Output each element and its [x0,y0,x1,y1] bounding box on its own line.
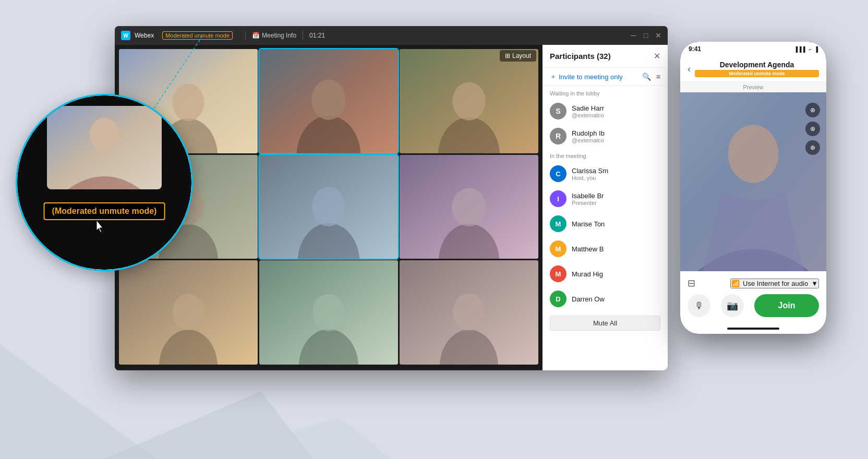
participant-clarissa: C Clarissa Sm Host, you [542,161,668,186]
matthew-info: Matthew B [572,245,660,253]
murad-info: Murad Hig [572,270,660,278]
cast-icon: ⊟ [688,277,695,289]
clarissa-info: Clarissa Sm Host, you [572,167,660,181]
magnifier-content: (Moderated unmute mode) gs W [17,95,191,270]
panel-header: Participants (32) ✕ [542,45,668,68]
phone-status-icons: ▌▌▌ ⌐ ▐ [796,46,818,52]
panel-actions: ＋ Invite to meeting only 🔍 ≡ [542,68,668,86]
sort-participants-button[interactable]: ≡ [656,73,660,81]
wifi-audio-icon: 📶 [731,280,740,287]
participant-matthew: M Matthew B [542,236,668,261]
panel-action-icons: 🔍 ≡ [642,73,660,81]
phone-meeting-info-center: Development Agenda Moderated unmute mode [695,61,819,77]
lobby-section-label: Waiting in the lobby [542,86,668,99]
svg-point-33 [728,125,778,183]
cursor-icon [94,219,107,234]
phone-bottom-bar: ⊟ 📶 Use Internet for audio ▼ 🎙 📷 [680,271,826,323]
phone-mic-button[interactable]: 🎙 [688,294,710,317]
phone-device: 9:41 ▌▌▌ ⌐ ▐ ‹ Development Agenda Modera… [680,42,826,334]
audio-chevron: ▼ [811,280,818,287]
phone-screen: 9:41 ▌▌▌ ⌐ ▐ ‹ Development Agenda Modera… [680,42,826,334]
phone-mic-icon: 🎙 [694,300,704,311]
layout-button[interactable]: ⊞ Layout [500,50,536,62]
phone-join-button[interactable]: Join [754,294,819,317]
clarissa-name: Clarissa Sm [572,167,660,175]
murad-avatar: M [550,265,566,282]
phone-camera-icon: 📷 [727,300,738,311]
phone-camera-button[interactable]: 📷 [721,294,744,317]
phone-mode-badge: Moderated unmute mode [695,70,819,77]
isabelle-role: Presenter [572,200,660,206]
svg-point-31 [90,118,119,151]
phone-back-button[interactable]: ‹ [688,64,691,75]
isabelle-info: Isabelle Br Presenter [572,192,660,206]
signal-icon: ▌▌▌ [796,46,807,52]
app-body: ⊞ Layout [115,45,668,370]
participants-panel: Participants (32) ✕ ＋ Invite to meeting … [542,45,668,370]
rudolph-info: Rudolph Ib @externalco [572,129,660,143]
moderated-unmute-badge: (Moderated unmute mode) [44,202,165,220]
rudolph-avatar: R [550,128,566,144]
window-controls: ─ □ ✕ [630,32,661,39]
video-cell-2 [259,49,398,153]
phone-meeting-title: Development Agenda [695,61,819,69]
phone-header: ‹ Development Agenda Moderated unmute mo… [680,56,826,82]
rudolph-name: Rudolph Ib [572,129,660,137]
svg-point-11 [452,82,485,120]
meeting-info-label[interactable]: Meeting Info [262,32,296,39]
darren-avatar: D [550,291,566,307]
phone-home-bar [727,328,779,330]
phone-status-bar: 9:41 ▌▌▌ ⌐ ▐ [680,42,826,56]
matthew-name: Matthew B [572,245,660,253]
search-participants-button[interactable]: 🔍 [642,73,651,81]
matthew-avatar: M [550,240,566,257]
mute-all-button[interactable]: Mute All [550,316,660,331]
clarissa-avatar: C [550,165,566,182]
phone-outer: 9:41 ▌▌▌ ⌐ ▐ ‹ Development Agenda Modera… [680,42,826,334]
moderated-mode-badge: Moderated unmute mode [162,31,233,40]
svg-marker-2 [209,417,391,459]
webex-logo: W [121,31,130,40]
minimize-button[interactable]: ─ [630,32,636,39]
isabelle-name: Isabelle Br [572,192,660,200]
phone-side-buttons: ⊕ ⊕ ⊕ [805,103,820,155]
phone-side-btn-1: ⊕ [805,103,820,117]
phone-audio-row: ⊟ 📶 Use Internet for audio ▼ [688,277,819,289]
video-cell-3 [400,49,538,153]
invite-button[interactable]: ＋ Invite to meeting only [550,72,623,81]
darren-name: Darren Ow [572,295,660,303]
video-feed-8 [259,260,398,365]
maximize-button[interactable]: □ [643,32,649,39]
clarissa-role: Host, you [572,175,660,181]
phone-video-feed [680,92,826,271]
meeting-section-label: In the meeting [542,149,668,161]
phone-video-area: ⊕ ⊕ ⊕ [680,92,826,271]
svg-point-8 [311,79,345,120]
layout-icon: ⊞ [505,52,510,59]
close-button[interactable]: ✕ [655,32,661,39]
phone-call-row: 🎙 📷 Join [688,294,819,317]
panel-close-button[interactable]: ✕ [654,51,660,61]
participant-isabelle: I Isabelle Br Presenter [542,186,668,211]
lobby-participant-sadie: S Sadie Harr @externalco [542,99,668,124]
video-feed-3 [400,49,538,153]
internet-audio-button[interactable]: 📶 Use Internet for audio ▼ [730,279,819,288]
sadie-avatar: S [550,103,566,119]
video-feed-7 [119,260,258,365]
plus-icon: ＋ [550,72,557,81]
app-window: W Webex Moderated unmute mode 📅 Meeting … [115,26,668,370]
isabelle-avatar: I [550,190,566,207]
phone-side-btn-2: ⊕ [805,122,820,136]
phone-time: 9:41 [689,45,701,53]
rudolph-org: @externalco [572,137,660,143]
video-feed-6 [400,155,538,259]
video-cell-5 [259,155,398,259]
video-cell-7 [119,260,258,365]
title-bar: W Webex Moderated unmute mode 📅 Meeting … [115,26,668,45]
wifi-icon: ⌐ [809,46,812,52]
participant-darren: D Darren Ow [542,286,668,311]
battery-icon: ▐ [814,46,818,52]
video-feed-5 [259,155,398,259]
video-cell-6 [400,155,538,259]
magnifier-circle: (Moderated unmute mode) gs W [16,94,193,271]
